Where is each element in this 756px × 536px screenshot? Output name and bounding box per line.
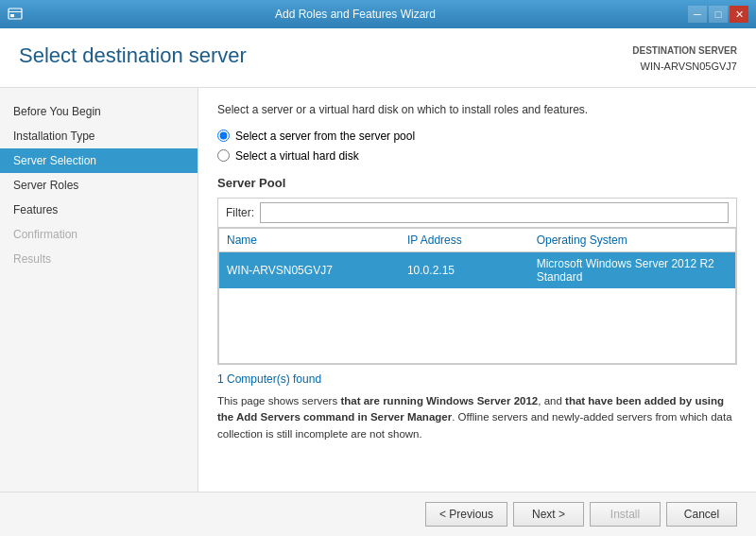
server-name-cell: WIN-ARVSN05GVJ7 <box>219 251 400 288</box>
empty-row-4 <box>219 345 736 364</box>
close-button[interactable]: ✕ <box>730 6 748 23</box>
filter-row: Filter: <box>218 199 736 228</box>
svg-rect-1 <box>9 11 22 12</box>
window-controls: ─ □ ✕ <box>688 6 748 23</box>
radio-virtual-disk[interactable]: Select a virtual hard disk <box>217 149 737 163</box>
page-title: Select destination server <box>19 43 247 68</box>
wizard-footer: < Previous Next > Install Cancel <box>0 492 756 536</box>
computers-found: 1 Computer(s) found <box>217 372 737 386</box>
sidebar-item-results: Results <box>0 247 198 271</box>
radio-virtual-disk-input[interactable] <box>217 149 230 162</box>
content-description: Select a server or a virtual hard disk o… <box>217 103 737 116</box>
sidebar-item-server-roles[interactable]: Server Roles <box>0 173 198 198</box>
sidebar: Before You Begin Installation Type Serve… <box>0 88 198 492</box>
destination-server-name: WIN-ARVSN05GVJ7 <box>632 59 737 76</box>
server-table: Name IP Address Operating System WIN-ARV… <box>218 228 736 365</box>
table-row[interactable]: WIN-ARVSN05GVJ7 10.0.2.15 Microsoft Wind… <box>219 251 736 288</box>
radio-server-pool-input[interactable] <box>217 130 230 142</box>
radio-server-pool[interactable]: Select a server from the server pool <box>217 130 737 143</box>
empty-row-3 <box>219 326 736 345</box>
server-ip-cell: 10.0.2.15 <box>400 251 529 288</box>
minimize-button[interactable]: ─ <box>688 6 707 23</box>
server-pool-table-container: Filter: Name IP Address Operating System <box>217 198 737 366</box>
svg-rect-2 <box>10 14 14 17</box>
empty-row-1 <box>219 288 736 307</box>
sidebar-item-confirmation: Confirmation <box>0 222 198 247</box>
destination-server-info: DESTINATION SERVER WIN-ARVSN05GVJ7 <box>632 43 737 76</box>
title-bar: Add Roles and Features Wizard ─ □ ✕ <box>0 0 756 28</box>
previous-button[interactable]: < Previous <box>425 502 507 527</box>
maximize-button[interactable]: □ <box>709 6 728 23</box>
empty-row-2 <box>219 307 736 326</box>
wizard-header: Select destination server DESTINATION SE… <box>0 28 756 88</box>
window-title: Add Roles and Features Wizard <box>23 8 688 21</box>
main-content: Select a server or a virtual hard disk o… <box>198 88 756 492</box>
filter-input[interactable] <box>260 202 729 223</box>
wizard-container: Select destination server DESTINATION SE… <box>0 28 756 536</box>
col-name[interactable]: Name <box>219 228 400 251</box>
install-button[interactable]: Install <box>590 502 661 527</box>
info-text: This page shows servers that are running… <box>217 393 737 442</box>
server-table-scroll: Name IP Address Operating System WIN-ARV… <box>218 228 736 365</box>
destination-label: DESTINATION SERVER <box>632 43 737 59</box>
cancel-button[interactable]: Cancel <box>666 502 737 527</box>
server-type-radio-group: Select a server from the server pool Sel… <box>217 130 737 163</box>
sidebar-item-installation-type[interactable]: Installation Type <box>0 124 198 148</box>
server-os-cell: Microsoft Windows Server 2012 R2 Standar… <box>529 251 736 288</box>
sidebar-item-server-selection[interactable]: Server Selection <box>0 148 198 173</box>
sidebar-item-before-you-begin[interactable]: Before You Begin <box>0 99 198 124</box>
server-pool-title: Server Pool <box>217 176 737 190</box>
filter-label: Filter: <box>226 206 254 219</box>
next-button[interactable]: Next > <box>513 502 584 527</box>
col-ip[interactable]: IP Address <box>400 228 529 251</box>
sidebar-item-features[interactable]: Features <box>0 198 198 222</box>
title-bar-icon <box>8 7 23 22</box>
wizard-body: Before You Begin Installation Type Serve… <box>0 88 756 492</box>
col-os[interactable]: Operating System <box>529 228 736 251</box>
svg-rect-0 <box>9 9 22 19</box>
